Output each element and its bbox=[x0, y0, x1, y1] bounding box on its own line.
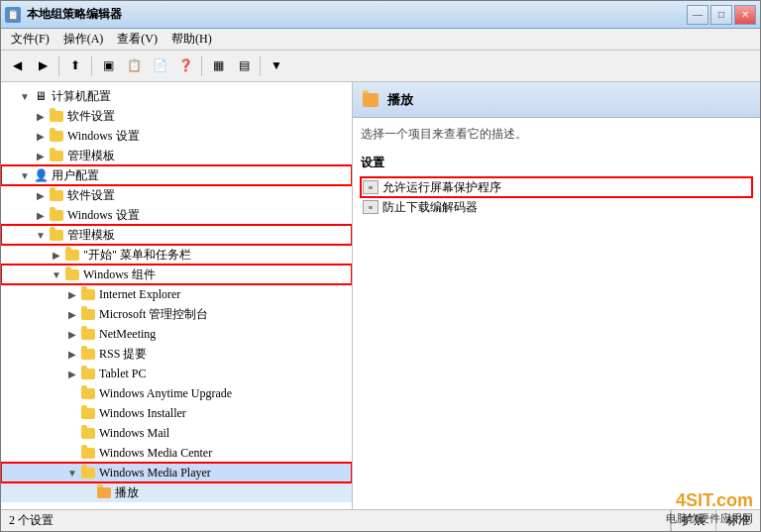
help-button[interactable]: ❓ bbox=[173, 54, 197, 78]
toolbar: ◀ ▶ ⬆ ▣ 📋 📄 ❓ ▦ ▤ ▼ bbox=[1, 51, 760, 82]
label-wmc: Windows Media Center bbox=[99, 446, 212, 461]
watermark: 4SIT.com 电脑软硬件应用网 bbox=[662, 488, 757, 528]
settings-title: 设置 bbox=[361, 155, 752, 171]
folder-icon bbox=[49, 128, 64, 144]
folder-icon bbox=[80, 366, 96, 381]
folder-icon bbox=[64, 266, 80, 282]
toggle-software2[interactable]: ▶ bbox=[33, 187, 49, 203]
toggle-winsettings1[interactable]: ▶ bbox=[33, 128, 49, 144]
tree-panel[interactable]: ▼ 🖥 计算机配置 ▶ 软件设置 ▶ Windows 设置 bbox=[1, 82, 353, 509]
toggle-manage2[interactable]: ▼ bbox=[33, 227, 49, 243]
settings-item-download[interactable]: ≡ 防止下载编解码器 bbox=[361, 197, 752, 217]
up-button[interactable]: ⬆ bbox=[63, 54, 87, 78]
window-title: 本地组策略编辑器 bbox=[27, 6, 122, 23]
tree-item-software1[interactable]: ▶ 软件设置 bbox=[1, 106, 352, 126]
toolbar-btn-4[interactable]: 📄 bbox=[148, 54, 171, 78]
minimize-button[interactable]: — bbox=[687, 5, 708, 25]
label-user: 用户配置 bbox=[52, 167, 99, 184]
toolbar-separator-2 bbox=[91, 56, 92, 76]
settings-icon-screensaver: ≡ bbox=[363, 180, 379, 194]
label-software2: 软件设置 bbox=[67, 187, 115, 204]
tree-item-computer[interactable]: ▼ 🖥 计算机配置 bbox=[1, 86, 352, 106]
toggle-rss[interactable]: ▶ bbox=[64, 346, 80, 362]
toolbar-btn-3[interactable]: 📋 bbox=[122, 54, 146, 78]
tree-item-user[interactable]: ▼ 👤 用户配置 bbox=[1, 165, 352, 185]
tree-item-winsettings1[interactable]: ▶ Windows 设置 bbox=[1, 126, 352, 146]
tree-item-wi[interactable]: ▶ Windows Installer bbox=[1, 403, 352, 423]
tree-item-wmc[interactable]: ▶ Windows Media Center bbox=[1, 443, 352, 463]
tree-item-software2[interactable]: ▶ 软件设置 bbox=[1, 185, 352, 205]
toggle-user[interactable]: ▼ bbox=[17, 167, 33, 183]
tree-item-wincomponents[interactable]: ▼ Windows 组件 bbox=[1, 265, 352, 284]
tree-item-play[interactable]: ▶ 播放 bbox=[1, 482, 352, 502]
menu-help[interactable]: 帮助(H) bbox=[165, 29, 218, 50]
toggle-winsettings2[interactable]: ▶ bbox=[33, 207, 49, 223]
tree-item-winsettings2[interactable]: ▶ Windows 设置 bbox=[1, 205, 352, 225]
computer-icon: 🖥 bbox=[33, 88, 49, 104]
back-button[interactable]: ◀ bbox=[5, 54, 29, 78]
folder-icon bbox=[80, 405, 96, 421]
toggle-tablet[interactable]: ▶ bbox=[64, 366, 80, 381]
tree-item-manage2[interactable]: ▼ 管理模板 bbox=[1, 225, 352, 245]
user-icon: 👤 bbox=[33, 167, 49, 183]
toggle-software1[interactable]: ▶ bbox=[33, 108, 49, 124]
show-hide-button[interactable]: ▣ bbox=[96, 54, 120, 78]
label-wmp: Windows Media Player bbox=[99, 466, 211, 480]
folder-icon bbox=[80, 385, 96, 401]
tree-item-mmc[interactable]: ▶ Microsoft 管理控制台 bbox=[1, 304, 352, 324]
toggle-mmc[interactable]: ▶ bbox=[64, 306, 80, 322]
tree-item-rss[interactable]: ▶ RSS 提要 bbox=[1, 344, 352, 364]
label-manage2: 管理模板 bbox=[67, 227, 115, 244]
folder-icon bbox=[49, 207, 64, 223]
toggle-wmp[interactable]: ▼ bbox=[64, 465, 80, 480]
menu-view[interactable]: 查看(V) bbox=[111, 29, 163, 50]
right-header: 播放 bbox=[353, 82, 760, 118]
toggle-manage1[interactable]: ▶ bbox=[33, 148, 49, 163]
tree-item-manage1[interactable]: ▶ 管理模板 bbox=[1, 146, 352, 165]
close-button[interactable]: ✕ bbox=[734, 5, 756, 25]
toggle-startmenu[interactable]: ▶ bbox=[49, 247, 64, 263]
maximize-button[interactable]: □ bbox=[710, 5, 732, 25]
tree-item-tablet[interactable]: ▶ Tablet PC bbox=[1, 364, 352, 383]
folder-icon bbox=[80, 286, 96, 302]
tree-item-netmeeting[interactable]: ▶ NetMeeting bbox=[1, 324, 352, 344]
toolbar-btn-5[interactable]: ▦ bbox=[206, 54, 230, 78]
folder-icon bbox=[64, 247, 80, 263]
settings-label-download: 防止下载编解码器 bbox=[382, 199, 478, 216]
toggle-netmeeting[interactable]: ▶ bbox=[64, 326, 80, 342]
tree-item-wmp[interactable]: ▼ Windows Media Player bbox=[1, 463, 352, 482]
toggle-ie[interactable]: ▶ bbox=[64, 286, 80, 302]
toolbar-btn-6[interactable]: ▤ bbox=[232, 54, 256, 78]
label-netmeeting: NetMeeting bbox=[99, 327, 156, 342]
right-body: 选择一个项目来查看它的描述。 设置 ≡ 允许运行屏幕保护程序 ≡ 防止下载编解码… bbox=[353, 118, 760, 509]
settings-item-screensaver[interactable]: ≡ 允许运行屏幕保护程序 bbox=[361, 177, 752, 197]
label-mmc: Microsoft 管理控制台 bbox=[99, 306, 208, 323]
label-wi: Windows Installer bbox=[99, 406, 186, 421]
label-wincomponents: Windows 组件 bbox=[83, 266, 156, 283]
tree-item-ie[interactable]: ▶ Internet Explorer bbox=[1, 284, 352, 304]
status-text: 2 个设置 bbox=[1, 510, 671, 531]
folder-icon bbox=[49, 227, 64, 243]
toolbar-separator-4 bbox=[260, 56, 261, 76]
label-wm: Windows Mail bbox=[99, 426, 169, 441]
main-content: ▼ 🖥 计算机配置 ▶ 软件设置 ▶ Windows 设置 bbox=[1, 82, 760, 509]
tree-item-startmenu[interactable]: ▶ "开始" 菜单和任务栏 bbox=[1, 245, 352, 265]
tree-item-wau[interactable]: ▶ Windows Anytime Upgrade bbox=[1, 383, 352, 403]
menu-file[interactable]: 文件(F) bbox=[5, 29, 55, 50]
toggle-wincomponents[interactable]: ▼ bbox=[49, 266, 64, 282]
filter-button[interactable]: ▼ bbox=[265, 54, 288, 78]
app-icon: 📋 bbox=[5, 7, 21, 23]
menu-action[interactable]: 操作(A) bbox=[57, 29, 110, 50]
right-description: 选择一个项目来查看它的描述。 bbox=[361, 126, 752, 143]
folder-icon bbox=[49, 148, 64, 163]
label-manage1: 管理模板 bbox=[67, 148, 115, 164]
folder-icon bbox=[80, 465, 96, 480]
tree-item-wm[interactable]: ▶ Windows Mail bbox=[1, 423, 352, 443]
folder-icon bbox=[80, 425, 96, 441]
menu-bar: 文件(F) 操作(A) 查看(V) 帮助(H) bbox=[1, 29, 760, 51]
label-rss: RSS 提要 bbox=[99, 346, 147, 363]
forward-button[interactable]: ▶ bbox=[31, 54, 54, 78]
title-bar: 📋 本地组策略编辑器 — □ ✕ bbox=[1, 1, 760, 29]
folder-icon bbox=[49, 108, 64, 124]
toggle-computer[interactable]: ▼ bbox=[17, 88, 33, 104]
